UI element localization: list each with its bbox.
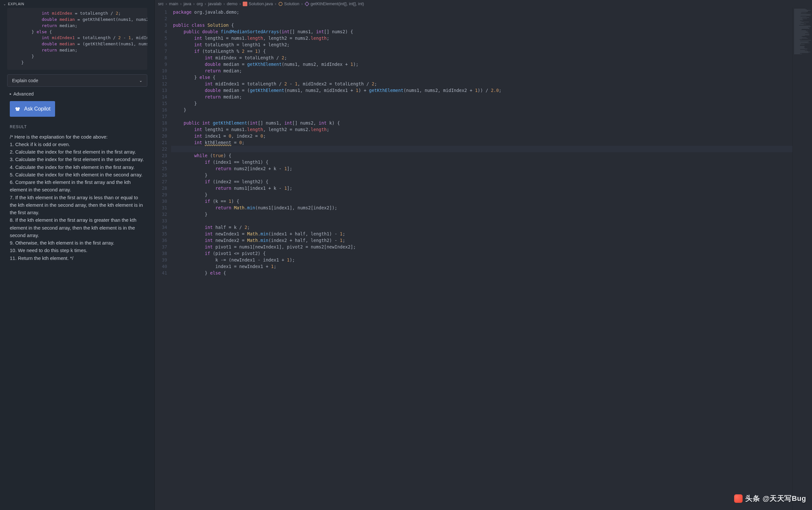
breadcrumb-segment[interactable]: src (158, 1, 163, 6)
minimap[interactable] (792, 7, 812, 510)
code-line[interactable]: double median = (getKthElement(nums1, nu… (171, 87, 792, 93)
line-number: 16 (156, 107, 167, 113)
line-number: 32 (156, 211, 167, 218)
triangle-right-icon: ▸ (10, 92, 11, 95)
breadcrumb-separator-icon: › (166, 1, 167, 6)
line-number: 13 (156, 87, 167, 93)
code-line[interactable]: int newIndex2 = Math.min(index2 + half, … (171, 237, 792, 244)
code-line[interactable]: public int getKthElement(int[] nums1, in… (171, 120, 792, 126)
breadcrumb-separator-icon: › (240, 1, 241, 6)
advanced-toggle[interactable]: ▸ Advanced (10, 91, 147, 96)
breadcrumb-segment[interactable]: demo (227, 1, 238, 6)
editor-panel: src›main›java›org›javalab›demo›Solution.… (155, 0, 812, 510)
class-icon (278, 2, 283, 6)
breadcrumb-segment[interactable]: org (197, 1, 203, 6)
code-line[interactable]: if (totalLength % 2 == 1) { (171, 48, 792, 54)
code-line[interactable]: return Math.min(nums1[index1], nums2[ind… (171, 204, 792, 211)
code-line[interactable]: } else { (171, 270, 792, 276)
code-line[interactable]: int totalLength = length1 + length2; (171, 41, 792, 48)
code-line[interactable]: return median; (171, 67, 792, 74)
line-number: 1 (156, 9, 167, 15)
code-line[interactable]: k -= (newIndex1 - index1 + 1); (171, 257, 792, 263)
line-number: 30 (156, 198, 167, 204)
breadcrumb-segment[interactable]: javalab (208, 1, 221, 6)
code-line[interactable]: int index1 = 0, index2 = 0; (171, 133, 792, 139)
breadcrumb-separator-icon: › (180, 1, 181, 6)
code-snippet: int midIndex = totalLength / 2; double m… (7, 8, 147, 70)
line-number: 27 (156, 178, 167, 185)
watermark-handle: @天天写Bug (762, 494, 806, 504)
chevron-down-icon: ⌄ (139, 78, 142, 83)
line-number: 28 (156, 185, 167, 191)
code-line[interactable]: int kthElement = 0; (171, 139, 792, 146)
line-number: 12 (156, 81, 167, 87)
code-line[interactable]: } (171, 211, 792, 218)
mode-dropdown[interactable]: Explain code ⌄ (7, 74, 147, 87)
code-line[interactable]: while (true) { (171, 152, 792, 159)
line-number: 21 (156, 139, 167, 146)
breadcrumb-label: main (169, 1, 178, 6)
breadcrumb-separator-icon: › (205, 1, 206, 6)
line-number: 5 (156, 35, 167, 41)
code-line[interactable] (171, 15, 792, 22)
panel-header[interactable]: ⌄ EXPLAIN (0, 0, 154, 8)
code-line[interactable]: int half = k / 2; (171, 224, 792, 230)
code-line[interactable] (171, 146, 792, 152)
code-line[interactable]: int midIndex = totalLength / 2; (171, 54, 792, 61)
breadcrumb-separator-icon: › (301, 1, 303, 6)
code-line[interactable]: } (171, 191, 792, 198)
line-number: 25 (156, 165, 167, 172)
code-line[interactable] (171, 218, 792, 224)
line-number: 23 (156, 152, 167, 159)
code-line[interactable]: if (index1 == length1) { (171, 159, 792, 165)
code-line[interactable]: return nums2[index2 + k - 1]; (171, 165, 792, 172)
panel-title: EXPLAIN (8, 2, 25, 6)
code-line[interactable]: index1 = newIndex1 + 1; (171, 263, 792, 270)
code-line[interactable]: return median; (171, 93, 792, 100)
breadcrumb-label: Solution.java (249, 1, 273, 6)
code-line[interactable]: return nums1[index1 + k - 1]; (171, 185, 792, 191)
code-line[interactable]: public class Solution { (171, 22, 792, 28)
code-line[interactable]: double median = getKthElement(nums1, num… (171, 61, 792, 67)
line-number: 41 (156, 270, 167, 276)
watermark-prefix: 头条 (745, 494, 760, 504)
code-line[interactable]: if (k == 1) { (171, 198, 792, 204)
line-number: 24 (156, 159, 167, 165)
line-number: 18 (156, 120, 167, 126)
copilot-icon (14, 106, 21, 112)
result-text: /* Here is the explanation for the code … (10, 133, 145, 262)
method-icon (305, 2, 309, 6)
line-number: 26 (156, 172, 167, 178)
breadcrumb-segment[interactable]: Solution.java (243, 1, 273, 6)
code-line[interactable]: int length1 = nums1.length, length2 = nu… (171, 126, 792, 133)
code-line[interactable]: } (171, 100, 792, 107)
svg-rect-5 (305, 2, 309, 5)
breadcrumb-segment[interactable]: java (183, 1, 191, 6)
code-line[interactable]: int pivot1 = nums1[newIndex1], pivot2 = … (171, 244, 792, 250)
code-line[interactable]: int length1 = nums1.length, length2 = nu… (171, 35, 792, 41)
code-line[interactable]: if (pivot1 <= pivot2) { (171, 250, 792, 257)
java-file-icon (243, 2, 247, 6)
breadcrumb-segment[interactable]: main (169, 1, 178, 6)
breadcrumb[interactable]: src›main›java›org›javalab›demo›Solution.… (155, 0, 812, 7)
code-line[interactable]: int newIndex1 = Math.min(index1 + half, … (171, 230, 792, 237)
editor[interactable]: 1234567891011121314151617181920212223242… (155, 7, 812, 510)
watermark: 头条 @天天写Bug (734, 494, 806, 504)
breadcrumb-segment[interactable]: Solution (278, 1, 299, 6)
code-line[interactable]: } (171, 172, 792, 178)
code-line[interactable] (171, 113, 792, 120)
line-number: 37 (156, 244, 167, 250)
collapse-chevron-icon[interactable]: ⌄ (3, 2, 6, 6)
code-area[interactable]: package org.javalab.demo; public class S… (171, 7, 792, 510)
breadcrumb-segment[interactable]: getKthElement(int[], int[], int) (305, 1, 364, 6)
code-line[interactable]: if (index2 == length2) { (171, 178, 792, 185)
code-line[interactable]: public double findMedianSortedArrays(int… (171, 28, 792, 35)
code-line[interactable]: } else { (171, 74, 792, 81)
ask-copilot-button[interactable]: Ask Copilot (10, 101, 55, 117)
code-line[interactable]: } (171, 107, 792, 113)
line-number: 19 (156, 126, 167, 133)
code-line[interactable]: int midIndex1 = totalLength / 2 - 1, mid… (171, 81, 792, 87)
panel-body: int midIndex = totalLength / 2; double m… (0, 8, 154, 510)
line-number: 33 (156, 218, 167, 224)
code-line[interactable]: package org.javalab.demo; (171, 9, 792, 15)
